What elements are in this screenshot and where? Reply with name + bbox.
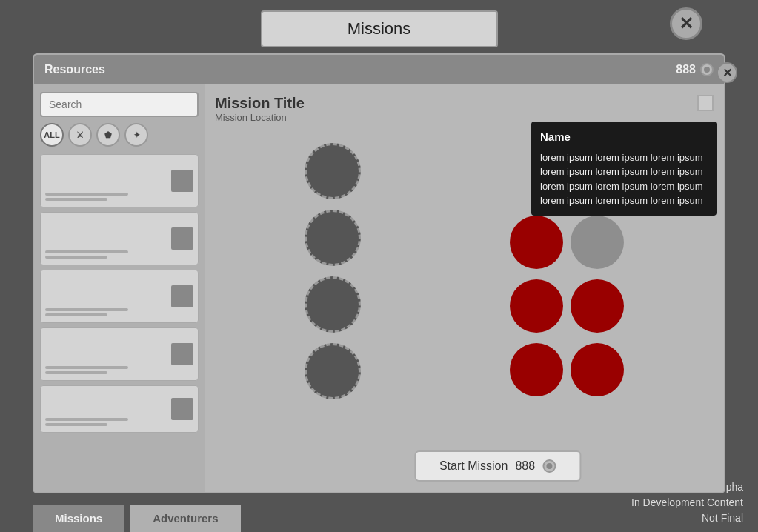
tooltip: Name lorem ipsum lorem ipsum lorem ipsum… xyxy=(531,122,717,216)
filter-star-icon: ✦ xyxy=(133,130,140,140)
resources-label: Resources xyxy=(44,63,105,76)
item-thumbnail xyxy=(171,343,193,365)
item-line xyxy=(45,313,107,316)
item-line xyxy=(45,308,128,311)
list-item[interactable] xyxy=(40,270,199,323)
main-area: Mission Title Mission Location xyxy=(205,84,724,492)
tab-missions[interactable]: Missions xyxy=(33,505,124,532)
enemy-circle xyxy=(305,210,361,266)
list-item[interactable] xyxy=(40,385,199,433)
player-circle[interactable] xyxy=(571,343,624,396)
filter-star-button[interactable]: ✦ xyxy=(124,123,148,147)
player-circle[interactable] xyxy=(510,216,563,269)
item-line xyxy=(45,423,107,426)
mission-header: Mission Title Mission Location xyxy=(215,95,714,123)
item-line xyxy=(45,418,128,421)
item-thumbnail xyxy=(171,170,193,192)
item-line xyxy=(45,366,128,369)
tab-missions-label: Missions xyxy=(55,512,102,525)
player-row xyxy=(510,279,624,333)
resources-value: 888 xyxy=(676,63,714,76)
item-lines xyxy=(45,193,149,201)
item-line xyxy=(45,198,107,201)
list-item[interactable] xyxy=(40,154,199,207)
tooltip-description: lorem ipsum lorem ipsum lorem ipsum lore… xyxy=(540,150,708,208)
start-mission-button[interactable]: Start Mission 888 xyxy=(414,450,581,482)
tab-adventurers-label: Adventurers xyxy=(153,512,218,525)
item-line xyxy=(45,250,128,253)
list-item[interactable] xyxy=(40,212,199,265)
bottom-tabs: Missions Adventurers xyxy=(33,505,241,532)
item-thumbnail xyxy=(171,398,193,420)
start-mission-cost: 888 xyxy=(515,459,535,473)
sidebar: ALL ⚔ ⬟ ✦ xyxy=(34,84,205,492)
modal-title: Missions xyxy=(261,10,498,47)
enemy-circle xyxy=(305,343,361,399)
player-circle[interactable] xyxy=(510,343,563,396)
enemy-column xyxy=(305,143,361,399)
player-row xyxy=(510,343,624,396)
pre-alpha-line3: Not Final xyxy=(631,511,743,526)
outer-close-button[interactable]: ✕ xyxy=(670,7,702,40)
filter-sword-button[interactable]: ⚔ xyxy=(68,123,92,147)
filter-shield-button[interactable]: ⬟ xyxy=(96,123,120,147)
mission-checkbox[interactable] xyxy=(697,95,714,111)
player-circle[interactable] xyxy=(510,279,563,333)
filter-all-button[interactable]: ALL xyxy=(40,123,64,147)
tooltip-title: Name xyxy=(540,129,708,146)
list-item[interactable] xyxy=(40,327,199,381)
item-thumbnail xyxy=(171,285,193,307)
mission-list xyxy=(40,154,199,433)
inner-close-button[interactable]: ✕ xyxy=(717,62,737,83)
start-mission-bar: Start Mission 888 xyxy=(414,450,581,482)
resources-number: 888 xyxy=(676,63,696,76)
item-line xyxy=(45,371,107,374)
filter-shield-icon: ⬟ xyxy=(104,130,112,140)
search-input[interactable] xyxy=(40,92,199,117)
coin-icon xyxy=(700,63,714,76)
mission-title: Mission Title xyxy=(215,95,714,112)
item-line xyxy=(45,193,128,196)
enemy-circle xyxy=(305,276,361,333)
player-circle-empty xyxy=(571,216,624,269)
player-row xyxy=(510,216,624,269)
outer-close-icon: ✕ xyxy=(679,13,694,34)
item-lines xyxy=(45,418,149,426)
item-lines xyxy=(45,308,149,316)
item-lines xyxy=(45,250,149,259)
resources-bar: Resources 888 xyxy=(34,55,724,84)
filter-sword-icon: ⚔ xyxy=(76,130,84,140)
filter-buttons: ALL ⚔ ⬟ ✦ xyxy=(40,123,199,147)
pre-alpha-line2: In Development Content xyxy=(631,495,743,511)
item-thumbnail xyxy=(171,227,193,250)
inner-close-icon: ✕ xyxy=(722,66,732,80)
inner-panel: Resources 888 ✕ ALL ⚔ ⬟ ✦ xyxy=(33,53,725,493)
item-lines xyxy=(45,366,149,374)
modal-title-text: Missions xyxy=(348,19,411,38)
enemy-circle xyxy=(305,143,361,199)
filter-all-label: ALL xyxy=(44,130,59,139)
player-circle[interactable] xyxy=(571,279,624,333)
tab-adventurers[interactable]: Adventurers xyxy=(130,505,240,532)
start-mission-label: Start Mission xyxy=(439,459,508,473)
item-line xyxy=(45,256,107,259)
start-mission-coin-icon xyxy=(542,459,556,473)
